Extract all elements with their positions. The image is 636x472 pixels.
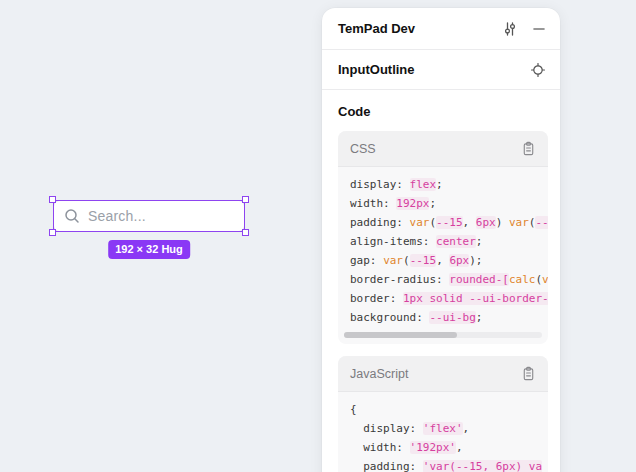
selection-handle-top-left[interactable]	[49, 196, 56, 203]
settings-sliders-icon[interactable]	[502, 21, 518, 37]
horizontal-scrollbar[interactable]	[344, 332, 542, 338]
selected-node-row: InputOutline	[322, 50, 560, 90]
search-input-design-object[interactable]: Search...	[53, 200, 245, 232]
size-badge: 192 × 32 Hug	[108, 240, 190, 259]
scrollbar-thumb[interactable]	[344, 332, 457, 338]
css-label: CSS	[350, 142, 521, 156]
copy-clipboard-icon[interactable]	[521, 366, 536, 381]
javascript-code-block: JavaScript { display: 'flex', width: '19…	[338, 356, 548, 472]
selection-handle-top-right[interactable]	[242, 196, 249, 203]
plugin-title: TemPad Dev	[338, 21, 502, 36]
search-placeholder-text: Search...	[88, 208, 146, 224]
copy-clipboard-icon[interactable]	[521, 141, 536, 156]
css-block-header: CSS	[338, 131, 548, 167]
selected-component-input-outline[interactable]: Search... 192 × 32 Hug	[53, 200, 245, 232]
javascript-code-text[interactable]: { display: 'flex', width: '192px', paddi…	[338, 392, 548, 472]
plugin-header: TemPad Dev	[322, 8, 560, 50]
css-code-block: CSS display: flex;width: 192px;padding: …	[338, 131, 548, 344]
selection-handle-bottom-left[interactable]	[49, 229, 56, 236]
code-section-label: Code	[322, 90, 560, 119]
locate-crosshair-icon[interactable]	[530, 62, 546, 78]
minimize-icon[interactable]	[532, 22, 546, 36]
search-icon	[64, 208, 80, 224]
javascript-block-header: JavaScript	[338, 356, 548, 392]
javascript-label: JavaScript	[350, 367, 521, 381]
selected-node-name: InputOutline	[338, 62, 530, 77]
selection-handle-bottom-right[interactable]	[242, 229, 249, 236]
tempad-dev-plugin-panel: TemPad Dev InputOutline	[322, 8, 560, 472]
css-code-text[interactable]: display: flex;width: 192px;padding: var(…	[338, 167, 548, 329]
